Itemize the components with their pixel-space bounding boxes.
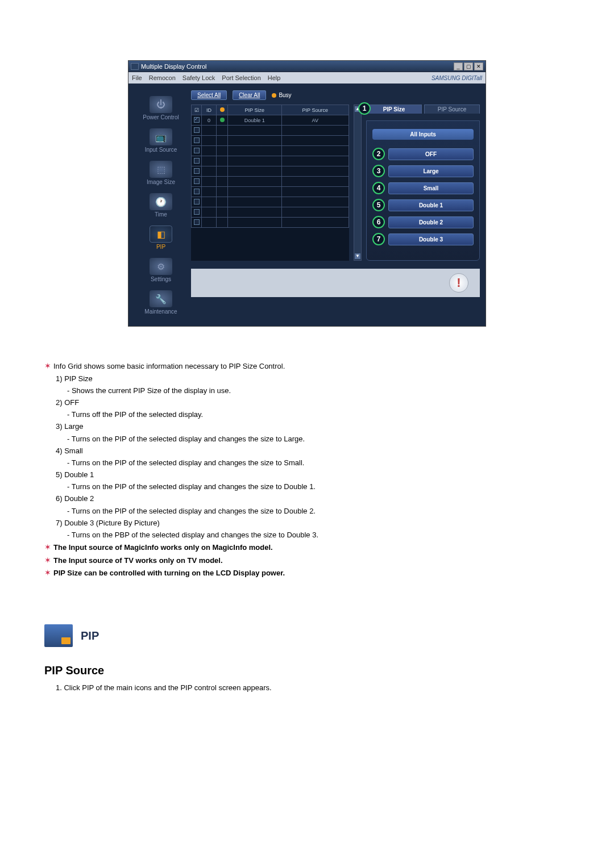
- table-row[interactable]: [192, 156, 349, 166]
- row-checkbox[interactable]: [194, 158, 200, 164]
- pip-small-button[interactable]: Small: [388, 182, 474, 194]
- maximize-button[interactable]: ▢: [464, 62, 473, 70]
- row-checkbox[interactable]: [194, 117, 200, 123]
- window-titlebar: Multiple Display Control _ ▢ ✕: [128, 61, 486, 72]
- item-desc: - Turns on the PIP of the selected displ…: [44, 482, 573, 492]
- pip-section-title: PIP: [81, 629, 99, 642]
- sidebar-item-image-size[interactable]: ⬚ Image Size: [134, 158, 188, 189]
- callout-badge: 4: [372, 182, 385, 194]
- num-prefix: 6): [44, 494, 63, 503]
- busy-indicator: Busy: [272, 92, 291, 98]
- num-prefix: 7): [44, 519, 63, 527]
- mdc-window: Multiple Display Control _ ▢ ✕ File Remo…: [128, 60, 486, 327]
- item-desc: - Turns on the PBP of the selected displ…: [44, 530, 573, 540]
- row-checkbox[interactable]: [194, 209, 200, 215]
- minimize-button[interactable]: _: [454, 62, 463, 70]
- row-checkbox[interactable]: [194, 148, 200, 153]
- num-prefix: 5): [44, 470, 63, 479]
- sidebar-item-label: PIP: [134, 244, 188, 250]
- sidebar-item-label: Power Control: [134, 114, 188, 120]
- doc-note: PIP Size can be controlled with turning …: [53, 569, 285, 577]
- menu-help[interactable]: Help: [268, 74, 281, 81]
- power-icon: ⏻: [150, 96, 172, 113]
- item-desc: - Turns off the PIP of the selected disp…: [44, 410, 573, 420]
- doc-note: The Input source of MagicInfo works only…: [53, 543, 273, 552]
- pip-double3-button[interactable]: Double 3: [388, 233, 474, 245]
- info-grid: ☑ ID PIP Size PIP Source 0 Double 1: [191, 105, 349, 261]
- brand-label: SAMSUNG DIGITall: [432, 75, 482, 81]
- table-row[interactable]: [192, 207, 349, 218]
- row-checkbox[interactable]: [194, 168, 200, 174]
- sidebar-item-label: Input Source: [134, 147, 188, 153]
- table-row[interactable]: 0 Double 1 AV: [192, 115, 349, 126]
- callout-badge: 5: [372, 199, 385, 211]
- pip-off-button[interactable]: OFF: [388, 148, 474, 160]
- pip-sidebar-icon: ◧: [150, 226, 172, 243]
- star-icon: ✶: [44, 542, 53, 553]
- item-head: Small: [64, 446, 83, 455]
- tab-pip-source[interactable]: PIP Source: [424, 105, 480, 114]
- sidebar-item-input-source[interactable]: 📺 Input Source: [134, 126, 188, 156]
- sidebar: ⏻ Power Control 📺 Input Source ⬚ Image S…: [134, 89, 188, 318]
- menu-file[interactable]: File: [132, 74, 142, 81]
- table-row[interactable]: [192, 218, 349, 228]
- clear-all-button[interactable]: Clear All: [233, 90, 266, 100]
- menu-safety-lock[interactable]: Safety Lock: [182, 74, 215, 81]
- window-title: Multiple Display Control: [141, 63, 207, 70]
- sidebar-item-pip[interactable]: ◧ PIP: [134, 223, 188, 253]
- item-head: Double 1: [64, 470, 94, 479]
- table-row[interactable]: [192, 146, 349, 156]
- pip-section-icon: [44, 624, 73, 647]
- maintenance-icon: 🔧: [150, 290, 172, 307]
- status-dot-icon: [220, 118, 225, 122]
- row-checkbox[interactable]: [194, 189, 200, 194]
- sidebar-item-label: Maintenance: [134, 308, 188, 315]
- table-row[interactable]: [192, 187, 349, 197]
- pip-double1-button[interactable]: Double 1: [388, 199, 474, 211]
- pip-panel: 1 PIP Size PIP Source All Inputs 2OFF 3L…: [366, 105, 480, 261]
- num-prefix: 3): [44, 422, 63, 431]
- sidebar-item-label: Settings: [134, 276, 188, 282]
- col-header-status: [217, 105, 228, 115]
- row-checkbox[interactable]: [194, 127, 200, 133]
- table-row[interactable]: [192, 166, 349, 177]
- row-checkbox[interactable]: [194, 219, 200, 225]
- row-checkbox[interactable]: [194, 178, 200, 184]
- menu-remocon[interactable]: Remocon: [149, 74, 176, 81]
- grid-scrollbar[interactable]: ▲ ▼: [354, 105, 362, 261]
- item-head: PIP Size: [64, 374, 93, 383]
- busy-label: Busy: [279, 92, 291, 98]
- sidebar-item-time[interactable]: 🕐 Time: [134, 191, 188, 221]
- step-prefix: 1.: [56, 683, 62, 692]
- item-head: Double 3 (Picture By Picture): [64, 519, 160, 527]
- row-checkbox[interactable]: [194, 199, 200, 205]
- doc-note: The Input source of TV works only on TV …: [53, 556, 223, 565]
- tab-pip-size[interactable]: PIP Size: [366, 105, 422, 114]
- sidebar-item-power-control[interactable]: ⏻ Power Control: [134, 94, 188, 124]
- item-head: Double 2: [64, 494, 94, 503]
- num-prefix: 2): [44, 398, 63, 407]
- select-all-button[interactable]: Select All: [191, 90, 227, 100]
- pip-large-button[interactable]: Large: [388, 165, 474, 177]
- scroll-down-icon[interactable]: ▼: [355, 253, 360, 259]
- item-desc: - Turns on the PIP of the selected displ…: [44, 458, 573, 468]
- table-row[interactable]: [192, 126, 349, 136]
- doc-intro: Info Grid shows some basic information n…: [53, 362, 285, 370]
- cell-pip-source: AV: [281, 115, 349, 126]
- item-head: OFF: [64, 398, 79, 407]
- all-inputs-header: All Inputs: [372, 129, 474, 140]
- table-row[interactable]: [192, 136, 349, 146]
- col-header-pip-size: PIP Size: [228, 105, 282, 115]
- table-row[interactable]: [192, 177, 349, 187]
- time-icon: 🕐: [150, 193, 172, 210]
- sidebar-item-maintenance[interactable]: 🔧 Maintenance: [134, 288, 188, 318]
- menu-port-selection[interactable]: Port Selection: [222, 74, 260, 81]
- table-row[interactable]: [192, 197, 349, 207]
- row-checkbox[interactable]: [194, 137, 200, 143]
- col-header-checkbox[interactable]: ☑: [192, 105, 202, 115]
- pip-double2-button[interactable]: Double 2: [388, 216, 474, 228]
- close-button[interactable]: ✕: [474, 62, 483, 70]
- status-header-icon: [220, 107, 225, 112]
- pip-source-heading: PIP Source: [44, 664, 573, 677]
- sidebar-item-settings[interactable]: ⚙ Settings: [134, 256, 188, 286]
